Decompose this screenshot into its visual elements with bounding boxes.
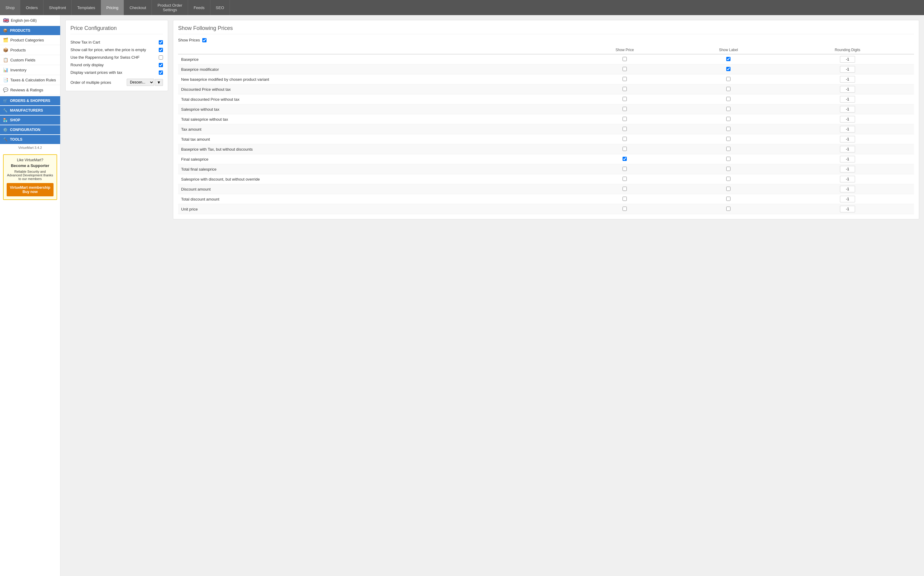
show-label-checkbox-salesprice-no-tax[interactable] bbox=[726, 107, 731, 111]
nav-product-order-settings[interactable]: Product Order Settings bbox=[152, 0, 188, 15]
price-show-price-tax-amount bbox=[573, 124, 676, 134]
show-price-checkbox-total-tax-amount[interactable] bbox=[622, 137, 627, 141]
show-label-checkbox-unit-price[interactable] bbox=[726, 206, 731, 211]
price-show-price-final-salesprice bbox=[573, 154, 676, 164]
config-row-display-variant: Display variant prices with tax bbox=[70, 69, 163, 76]
sidebar-section-configuration[interactable]: ⚙️ CONFIGURATION bbox=[0, 125, 60, 134]
show-label-checkbox-salesprice-discount-no-override[interactable] bbox=[726, 177, 731, 181]
show-price-checkbox-discounted-price-no-tax[interactable] bbox=[622, 87, 627, 91]
sidebar-section-tools[interactable]: 🔨 TOOLS bbox=[0, 135, 60, 144]
show-label-checkbox-total-tax-amount[interactable] bbox=[726, 137, 731, 141]
show-price-checkbox-total-discounted-no-tax[interactable] bbox=[622, 97, 627, 101]
product-categories-icon: 🗂️ bbox=[3, 37, 8, 42]
config-checkbox-rappenrundung[interactable] bbox=[159, 55, 163, 59]
show-label-checkbox-new-baseprice-modified[interactable] bbox=[726, 77, 731, 81]
rounding-input-discount-amount[interactable] bbox=[840, 186, 855, 192]
show-label-checkbox-total-discount-amount[interactable] bbox=[726, 197, 731, 201]
rounding-input-total-tax-amount[interactable] bbox=[840, 136, 855, 142]
nav-orders[interactable]: Orders bbox=[20, 0, 43, 15]
nav-templates[interactable]: Templates bbox=[72, 0, 101, 15]
order-select[interactable]: Descen... Ascending bbox=[127, 78, 154, 86]
show-label-checkbox-final-salesprice[interactable] bbox=[726, 157, 731, 161]
sidebar-section-manufacturers[interactable]: 🔧 MANUFACTURERS bbox=[0, 106, 60, 115]
show-price-checkbox-total-final-salesprice[interactable] bbox=[622, 167, 627, 171]
rounding-input-new-baseprice-modified[interactable] bbox=[840, 76, 855, 83]
show-price-checkbox-final-salesprice[interactable] bbox=[622, 157, 627, 161]
sidebar-section-orders[interactable]: 🛒 ORDERS & SHOPPERS bbox=[0, 96, 60, 105]
show-price-checkbox-unit-price[interactable] bbox=[622, 206, 627, 211]
sidebar-item-custom-fields[interactable]: 📋 Custom Fields bbox=[0, 55, 60, 65]
price-row-label-tax-amount: Tax amount bbox=[178, 124, 573, 134]
price-rounding-final-salesprice bbox=[781, 154, 914, 164]
rounding-input-total-salesprice-no-tax[interactable] bbox=[840, 116, 855, 123]
show-label-checkbox-total-salesprice-no-tax[interactable] bbox=[726, 117, 731, 121]
rounding-input-baseprice-tax-no-discount[interactable] bbox=[840, 146, 855, 152]
config-label-show-tax-cart: Show Tax in Cart bbox=[70, 40, 159, 45]
show-label-checkbox-baseprice-modificator[interactable] bbox=[726, 67, 731, 71]
prices-table: Show Price Show Label Rounding Digits Ba… bbox=[178, 46, 914, 214]
sidebar-section-manufacturers-label: MANUFACTURERS bbox=[10, 108, 43, 112]
rounding-input-unit-price[interactable] bbox=[840, 206, 855, 212]
show-price-checkbox-baseprice-modificator[interactable] bbox=[622, 67, 627, 71]
nav-checkout[interactable]: Checkout bbox=[124, 0, 152, 15]
config-checkbox-show-tax-cart[interactable] bbox=[159, 40, 163, 45]
show-price-checkbox-baseprice-tax-no-discount[interactable] bbox=[622, 147, 627, 151]
show-price-checkbox-total-salesprice-no-tax[interactable] bbox=[622, 117, 627, 121]
sidebar-item-products[interactable]: 📦 Products bbox=[0, 45, 60, 55]
flag-icon: 🇬🇧 bbox=[3, 18, 9, 23]
show-label-checkbox-total-final-salesprice[interactable] bbox=[726, 167, 731, 171]
sidebar-item-taxes[interactable]: 📑 Taxes & Calculation Rules bbox=[0, 75, 60, 85]
show-label-checkbox-baseprice[interactable] bbox=[726, 57, 731, 61]
show-label-checkbox-baseprice-tax-no-discount[interactable] bbox=[726, 147, 731, 151]
price-show-label-total-tax-amount bbox=[676, 134, 781, 144]
price-rounding-tax-amount bbox=[781, 124, 914, 134]
show-label-checkbox-discounted-price-no-tax[interactable] bbox=[726, 87, 731, 91]
nav-shopfront[interactable]: Shopfront bbox=[43, 0, 72, 15]
show-label-checkbox-tax-amount[interactable] bbox=[726, 127, 731, 131]
sidebar-item-inventory[interactable]: 📊 Inventory bbox=[0, 65, 60, 75]
show-price-checkbox-tax-amount[interactable] bbox=[622, 127, 627, 131]
show-price-checkbox-total-discount-amount[interactable] bbox=[622, 197, 627, 201]
rounding-input-discounted-price-no-tax[interactable] bbox=[840, 86, 855, 93]
price-show-label-total-salesprice-no-tax bbox=[676, 114, 781, 124]
config-check-show-tax-cart bbox=[159, 40, 163, 45]
sidebar-section-shop[interactable]: 🏪 SHOP bbox=[0, 115, 60, 125]
show-prices-checkbox[interactable] bbox=[202, 38, 206, 42]
show-price-checkbox-baseprice[interactable] bbox=[622, 57, 627, 61]
show-label-checkbox-discount-amount[interactable] bbox=[726, 187, 731, 191]
nav-seo[interactable]: SEO bbox=[211, 0, 230, 15]
price-show-label-baseprice-tax-no-discount bbox=[676, 144, 781, 154]
sidebar-item-custom-fields-label: Custom Fields bbox=[10, 58, 35, 62]
rounding-input-tax-amount[interactable] bbox=[840, 126, 855, 133]
rounding-input-baseprice-modificator[interactable] bbox=[840, 66, 855, 73]
sidebar-section-products[interactable]: 📦 PRODUCTS bbox=[0, 26, 60, 35]
rounding-input-total-discount-amount[interactable] bbox=[840, 196, 855, 202]
col-show-price: Show Price bbox=[573, 46, 676, 54]
show-price-checkbox-salesprice-no-tax[interactable] bbox=[622, 107, 627, 111]
rounding-input-salesprice-no-tax[interactable] bbox=[840, 106, 855, 112]
rounding-input-salesprice-discount-no-override[interactable] bbox=[840, 176, 855, 182]
promo-button[interactable]: VirtueMart membership Buy now bbox=[6, 183, 54, 196]
rounding-input-total-final-salesprice[interactable] bbox=[840, 166, 855, 173]
lang-selector[interactable]: 🇬🇧 English (en-GB) bbox=[0, 15, 60, 26]
sidebar-item-product-categories[interactable]: 🗂️ Product Categories bbox=[0, 35, 60, 45]
rounding-input-total-discounted-no-tax[interactable] bbox=[840, 96, 855, 102]
nav-pricing[interactable]: Pricing bbox=[101, 0, 124, 15]
sidebar-item-reviews[interactable]: 💬 Reviews & Ratings bbox=[0, 85, 60, 95]
show-label-checkbox-total-discounted-no-tax[interactable] bbox=[726, 97, 731, 101]
price-show-label-final-salesprice bbox=[676, 154, 781, 164]
nav-shop[interactable]: Shop bbox=[0, 0, 20, 15]
config-checkbox-call-for-price[interactable] bbox=[159, 48, 163, 52]
show-price-checkbox-discount-amount[interactable] bbox=[622, 187, 627, 191]
price-show-label-total-discount-amount bbox=[676, 194, 781, 204]
price-rounding-discounted-price-no-tax bbox=[781, 85, 914, 94]
show-price-checkbox-new-baseprice-modified[interactable] bbox=[622, 77, 627, 81]
config-checkbox-round-only[interactable] bbox=[159, 63, 163, 67]
config-checkbox-display-variant[interactable] bbox=[159, 70, 163, 75]
rounding-input-baseprice[interactable] bbox=[840, 56, 855, 62]
rounding-input-final-salesprice[interactable] bbox=[840, 156, 855, 162]
nav-feeds[interactable]: Feeds bbox=[188, 0, 210, 15]
order-dropdown-btn[interactable]: ▼ bbox=[155, 79, 163, 86]
show-price-checkbox-salesprice-discount-no-override[interactable] bbox=[622, 177, 627, 181]
table-row: Salesprice without tax bbox=[178, 104, 914, 114]
